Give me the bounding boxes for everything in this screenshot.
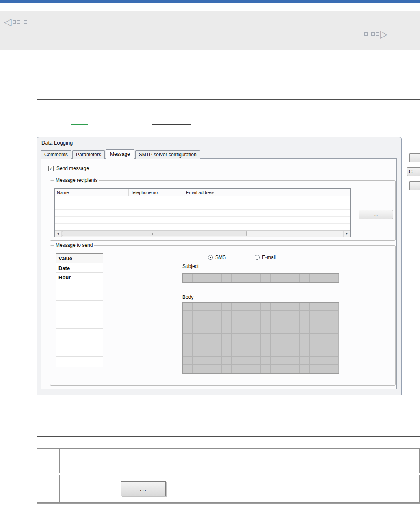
value-row[interactable]: [56, 347, 103, 357]
tab-comments[interactable]: Comments: [41, 150, 71, 159]
recipients-table: Name Telephone no. Email address ◄ ►: [54, 188, 351, 237]
send-message-checkbox[interactable]: ✓ Send message: [48, 166, 89, 171]
page-square-icon: [371, 32, 375, 36]
document-page: ◁ ▷ Data Logging Comments Parameters Mes…: [0, 0, 420, 505]
value-row-hour[interactable]: Hour: [56, 273, 103, 282]
checkbox-checked-icon: ✓: [48, 166, 54, 171]
message-recipients-group: Message recipients Name Telephone no. Em…: [50, 180, 396, 241]
message-recipients-group-label: Message recipients: [54, 177, 99, 183]
procedure-row-2: ...: [37, 475, 420, 503]
tab-message[interactable]: Message: [106, 149, 134, 159]
horizontal-scrollbar: ◄ ►: [55, 230, 350, 237]
cell-divider: [59, 449, 60, 473]
dialog-title: Data Logging: [41, 140, 73, 146]
sms-radio-label: SMS: [215, 255, 226, 260]
page-bottom-rule: [37, 503, 420, 504]
nav-next[interactable]: ▷: [364, 30, 388, 38]
dots-button-image[interactable]: ...: [121, 481, 166, 496]
value-row[interactable]: [56, 329, 103, 338]
send-message-label: Send message: [56, 166, 89, 171]
cell-divider: [59, 475, 60, 502]
body-input[interactable]: [182, 302, 339, 374]
value-column-header[interactable]: Value: [56, 254, 103, 263]
sms-radio-option[interactable]: SMS: [208, 255, 226, 260]
page-square-icon: [13, 20, 16, 24]
radio-selected-icon: [208, 255, 213, 260]
doc-link-2[interactable]: [152, 119, 191, 125]
subject-label: Subject: [182, 263, 199, 269]
scroll-left-button[interactable]: ◄: [55, 231, 62, 237]
header-band: ◁ ▷: [0, 11, 420, 50]
value-row[interactable]: [56, 310, 103, 319]
email-radio-option[interactable]: E-mail: [255, 255, 276, 260]
page-square-icon: [364, 32, 368, 36]
value-row[interactable]: [56, 282, 103, 291]
scroll-right-button[interactable]: ►: [343, 231, 350, 237]
radio-unselected-icon: [255, 255, 260, 260]
data-logging-dialog: Data Logging Comments Parameters Message…: [37, 137, 402, 395]
value-row-date[interactable]: Date: [56, 263, 103, 273]
tab-smtp-server-configuration[interactable]: SMTP server configuration: [135, 150, 200, 159]
value-table: Value Date Hour: [56, 253, 103, 367]
scrollbar-grip-icon: [152, 233, 156, 235]
value-row[interactable]: [56, 291, 103, 301]
message-to-send-group: Message to send Value Date Hour SMS: [50, 245, 396, 386]
body-label: Body: [182, 294, 193, 300]
value-row[interactable]: [56, 357, 103, 366]
column-header-email[interactable]: Email address: [184, 189, 350, 196]
table-row[interactable]: [55, 217, 350, 224]
tab-parameters[interactable]: Parameters: [72, 150, 105, 159]
value-row[interactable]: [56, 301, 103, 310]
top-accent-bar: [0, 0, 420, 3]
table-row[interactable]: [55, 203, 350, 210]
table-row[interactable]: [55, 196, 350, 203]
value-row[interactable]: [56, 319, 103, 329]
message-to-send-group-label: Message to send: [54, 242, 94, 248]
section-divider: [37, 436, 420, 437]
recipients-table-header: Name Telephone no. Email address: [55, 189, 350, 196]
dialog-side-button-3[interactable]: [409, 181, 420, 190]
subject-input[interactable]: [182, 273, 339, 283]
table-row[interactable]: [55, 210, 350, 217]
page-square-icon: [376, 32, 379, 36]
recipients-browse-button[interactable]: ...: [359, 210, 393, 219]
page-square-icon: [17, 20, 20, 24]
dialog-side-button-1[interactable]: [409, 153, 420, 162]
column-header-name[interactable]: Name: [55, 189, 129, 196]
procedure-row-1: [37, 448, 420, 473]
column-header-telephone[interactable]: Telephone no.: [129, 189, 184, 196]
doc-link-1[interactable]: [71, 119, 88, 125]
dialog-side-button-2[interactable]: C: [407, 167, 420, 176]
table-row[interactable]: [55, 224, 350, 231]
email-radio-label: E-mail: [262, 255, 276, 260]
page-square-icon: [24, 20, 27, 24]
value-row[interactable]: [56, 338, 103, 347]
next-arrow-icon: ▷: [380, 30, 388, 38]
nav-previous[interactable]: ◁: [4, 18, 27, 26]
section-divider: [37, 99, 420, 100]
prev-arrow-icon: ◁: [4, 18, 11, 26]
tab-strip: Comments Parameters Message SMTP server …: [41, 149, 201, 159]
scrollbar-thumb[interactable]: [62, 231, 247, 236]
